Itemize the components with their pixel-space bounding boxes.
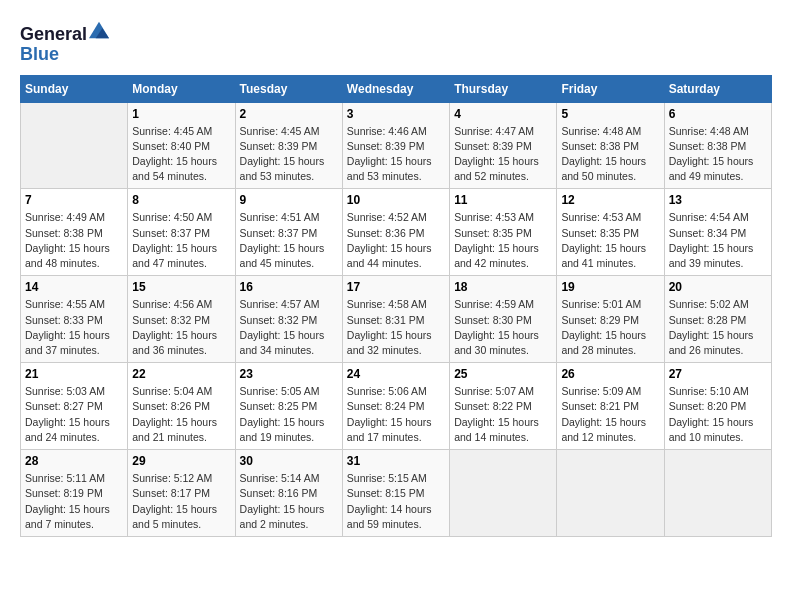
day-info: Sunrise: 4:54 AMSunset: 8:34 PMDaylight:… — [669, 210, 767, 271]
day-number: 19 — [561, 280, 659, 294]
calendar-cell: 24Sunrise: 5:06 AMSunset: 8:24 PMDayligh… — [342, 363, 449, 450]
day-number: 14 — [25, 280, 123, 294]
day-info: Sunrise: 4:57 AMSunset: 8:32 PMDaylight:… — [240, 297, 338, 358]
day-info: Sunrise: 4:47 AMSunset: 8:39 PMDaylight:… — [454, 124, 552, 185]
day-info: Sunrise: 4:45 AMSunset: 8:40 PMDaylight:… — [132, 124, 230, 185]
calendar-cell: 2Sunrise: 4:45 AMSunset: 8:39 PMDaylight… — [235, 102, 342, 189]
day-info: Sunrise: 5:09 AMSunset: 8:21 PMDaylight:… — [561, 384, 659, 445]
day-number: 25 — [454, 367, 552, 381]
calendar-cell: 9Sunrise: 4:51 AMSunset: 8:37 PMDaylight… — [235, 189, 342, 276]
day-info: Sunrise: 4:55 AMSunset: 8:33 PMDaylight:… — [25, 297, 123, 358]
day-number: 20 — [669, 280, 767, 294]
calendar-week-row: 14Sunrise: 4:55 AMSunset: 8:33 PMDayligh… — [21, 276, 772, 363]
weekday-header: Thursday — [450, 75, 557, 102]
calendar-cell: 26Sunrise: 5:09 AMSunset: 8:21 PMDayligh… — [557, 363, 664, 450]
calendar-cell: 6Sunrise: 4:48 AMSunset: 8:38 PMDaylight… — [664, 102, 771, 189]
calendar-cell: 11Sunrise: 4:53 AMSunset: 8:35 PMDayligh… — [450, 189, 557, 276]
day-info: Sunrise: 4:50 AMSunset: 8:37 PMDaylight:… — [132, 210, 230, 271]
day-info: Sunrise: 5:02 AMSunset: 8:28 PMDaylight:… — [669, 297, 767, 358]
day-number: 3 — [347, 107, 445, 121]
day-number: 1 — [132, 107, 230, 121]
day-number: 21 — [25, 367, 123, 381]
day-info: Sunrise: 4:48 AMSunset: 8:38 PMDaylight:… — [561, 124, 659, 185]
day-info: Sunrise: 4:52 AMSunset: 8:36 PMDaylight:… — [347, 210, 445, 271]
day-number: 28 — [25, 454, 123, 468]
day-number: 13 — [669, 193, 767, 207]
weekday-header: Wednesday — [342, 75, 449, 102]
calendar-cell: 10Sunrise: 4:52 AMSunset: 8:36 PMDayligh… — [342, 189, 449, 276]
calendar-cell: 30Sunrise: 5:14 AMSunset: 8:16 PMDayligh… — [235, 450, 342, 537]
page-header: General Blue — [20, 20, 772, 65]
calendar-cell: 12Sunrise: 4:53 AMSunset: 8:35 PMDayligh… — [557, 189, 664, 276]
day-number: 18 — [454, 280, 552, 294]
day-info: Sunrise: 5:05 AMSunset: 8:25 PMDaylight:… — [240, 384, 338, 445]
day-number: 29 — [132, 454, 230, 468]
calendar-cell: 13Sunrise: 4:54 AMSunset: 8:34 PMDayligh… — [664, 189, 771, 276]
calendar-cell — [664, 450, 771, 537]
weekday-header: Tuesday — [235, 75, 342, 102]
weekday-header: Friday — [557, 75, 664, 102]
calendar-cell: 29Sunrise: 5:12 AMSunset: 8:17 PMDayligh… — [128, 450, 235, 537]
day-info: Sunrise: 4:46 AMSunset: 8:39 PMDaylight:… — [347, 124, 445, 185]
day-number: 12 — [561, 193, 659, 207]
day-info: Sunrise: 4:58 AMSunset: 8:31 PMDaylight:… — [347, 297, 445, 358]
calendar-cell — [450, 450, 557, 537]
day-number: 8 — [132, 193, 230, 207]
calendar-cell: 3Sunrise: 4:46 AMSunset: 8:39 PMDaylight… — [342, 102, 449, 189]
day-info: Sunrise: 4:45 AMSunset: 8:39 PMDaylight:… — [240, 124, 338, 185]
day-number: 6 — [669, 107, 767, 121]
day-info: Sunrise: 4:48 AMSunset: 8:38 PMDaylight:… — [669, 124, 767, 185]
calendar-cell: 19Sunrise: 5:01 AMSunset: 8:29 PMDayligh… — [557, 276, 664, 363]
day-info: Sunrise: 4:59 AMSunset: 8:30 PMDaylight:… — [454, 297, 552, 358]
calendar-cell — [21, 102, 128, 189]
calendar-header: SundayMondayTuesdayWednesdayThursdayFrid… — [21, 75, 772, 102]
day-number: 15 — [132, 280, 230, 294]
weekday-header-row: SundayMondayTuesdayWednesdayThursdayFrid… — [21, 75, 772, 102]
day-info: Sunrise: 5:12 AMSunset: 8:17 PMDaylight:… — [132, 471, 230, 532]
day-number: 16 — [240, 280, 338, 294]
day-info: Sunrise: 5:15 AMSunset: 8:15 PMDaylight:… — [347, 471, 445, 532]
logo-icon — [89, 20, 109, 40]
day-info: Sunrise: 5:01 AMSunset: 8:29 PMDaylight:… — [561, 297, 659, 358]
day-number: 4 — [454, 107, 552, 121]
day-info: Sunrise: 5:11 AMSunset: 8:19 PMDaylight:… — [25, 471, 123, 532]
day-number: 31 — [347, 454, 445, 468]
day-info: Sunrise: 5:03 AMSunset: 8:27 PMDaylight:… — [25, 384, 123, 445]
calendar-cell — [557, 450, 664, 537]
calendar-cell: 8Sunrise: 4:50 AMSunset: 8:37 PMDaylight… — [128, 189, 235, 276]
day-number: 23 — [240, 367, 338, 381]
logo-text: General Blue — [20, 20, 109, 65]
weekday-header: Monday — [128, 75, 235, 102]
calendar-table: SundayMondayTuesdayWednesdayThursdayFrid… — [20, 75, 772, 537]
day-info: Sunrise: 4:53 AMSunset: 8:35 PMDaylight:… — [454, 210, 552, 271]
day-info: Sunrise: 5:10 AMSunset: 8:20 PMDaylight:… — [669, 384, 767, 445]
calendar-body: 1Sunrise: 4:45 AMSunset: 8:40 PMDaylight… — [21, 102, 772, 536]
day-info: Sunrise: 5:07 AMSunset: 8:22 PMDaylight:… — [454, 384, 552, 445]
calendar-cell: 22Sunrise: 5:04 AMSunset: 8:26 PMDayligh… — [128, 363, 235, 450]
calendar-cell: 5Sunrise: 4:48 AMSunset: 8:38 PMDaylight… — [557, 102, 664, 189]
calendar-week-row: 21Sunrise: 5:03 AMSunset: 8:27 PMDayligh… — [21, 363, 772, 450]
day-number: 7 — [25, 193, 123, 207]
day-number: 2 — [240, 107, 338, 121]
day-info: Sunrise: 4:51 AMSunset: 8:37 PMDaylight:… — [240, 210, 338, 271]
day-info: Sunrise: 4:49 AMSunset: 8:38 PMDaylight:… — [25, 210, 123, 271]
calendar-cell: 21Sunrise: 5:03 AMSunset: 8:27 PMDayligh… — [21, 363, 128, 450]
calendar-cell: 17Sunrise: 4:58 AMSunset: 8:31 PMDayligh… — [342, 276, 449, 363]
day-number: 10 — [347, 193, 445, 207]
calendar-cell: 1Sunrise: 4:45 AMSunset: 8:40 PMDaylight… — [128, 102, 235, 189]
calendar-cell: 4Sunrise: 4:47 AMSunset: 8:39 PMDaylight… — [450, 102, 557, 189]
day-info: Sunrise: 4:53 AMSunset: 8:35 PMDaylight:… — [561, 210, 659, 271]
calendar-cell: 25Sunrise: 5:07 AMSunset: 8:22 PMDayligh… — [450, 363, 557, 450]
day-number: 26 — [561, 367, 659, 381]
day-number: 24 — [347, 367, 445, 381]
calendar-cell: 23Sunrise: 5:05 AMSunset: 8:25 PMDayligh… — [235, 363, 342, 450]
day-number: 11 — [454, 193, 552, 207]
calendar-cell: 15Sunrise: 4:56 AMSunset: 8:32 PMDayligh… — [128, 276, 235, 363]
calendar-cell: 31Sunrise: 5:15 AMSunset: 8:15 PMDayligh… — [342, 450, 449, 537]
day-number: 17 — [347, 280, 445, 294]
calendar-cell: 16Sunrise: 4:57 AMSunset: 8:32 PMDayligh… — [235, 276, 342, 363]
calendar-week-row: 1Sunrise: 4:45 AMSunset: 8:40 PMDaylight… — [21, 102, 772, 189]
day-info: Sunrise: 5:06 AMSunset: 8:24 PMDaylight:… — [347, 384, 445, 445]
day-info: Sunrise: 4:56 AMSunset: 8:32 PMDaylight:… — [132, 297, 230, 358]
calendar-cell: 7Sunrise: 4:49 AMSunset: 8:38 PMDaylight… — [21, 189, 128, 276]
